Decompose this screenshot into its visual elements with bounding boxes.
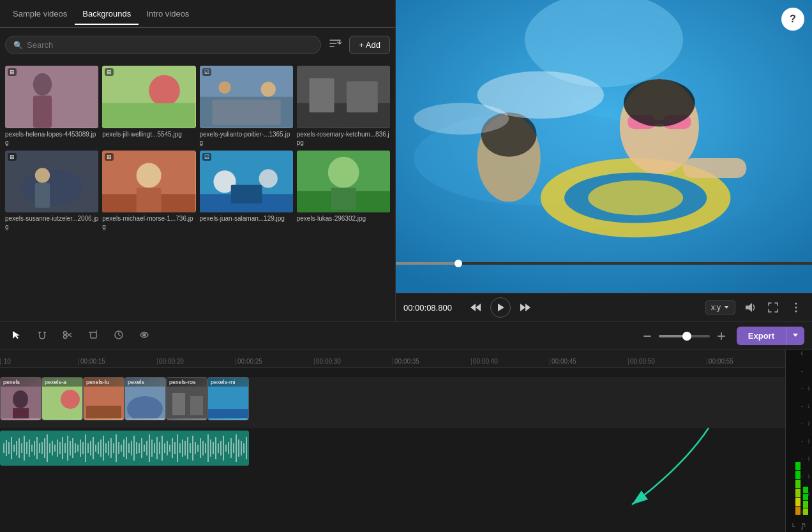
svg-rect-130 (95, 445, 96, 452)
svg-point-83 (61, 390, 80, 409)
svg-rect-96 (8, 442, 10, 454)
clip-label: pexels-mi (208, 378, 248, 387)
clip-item[interactable]: pexels (0, 377, 41, 420)
list-item[interactable]: ☑ pexels-juan-salaman...129.jpg (200, 151, 293, 232)
svg-rect-24 (137, 188, 162, 212)
media-thumb: ⊞ (102, 151, 195, 213)
select-tool-button[interactable] (8, 327, 26, 345)
svg-rect-158 (167, 441, 168, 455)
zoom-controls (640, 329, 729, 344)
svg-line-73 (119, 335, 121, 336)
tab-sample-videos[interactable]: Sample videos (5, 4, 75, 24)
zoom-in-button[interactable] (714, 329, 729, 344)
clip-item[interactable]: pexels-lu (83, 377, 124, 420)
export-button[interactable]: Export (737, 327, 786, 345)
svg-point-32 (328, 156, 359, 188)
svg-rect-121 (72, 438, 73, 458)
list-item[interactable]: ⊞ pexels-michael-morse-1...736.jpg (102, 151, 195, 232)
svg-rect-117 (62, 437, 63, 459)
timeline-main: :10 00:00:15 00:00:20 00:00:25 00:00:30 … (0, 350, 785, 532)
video-track: pexels pexels-a (0, 377, 785, 428)
crop-tool-button[interactable] (84, 327, 102, 345)
svg-rect-111 (47, 434, 48, 462)
clip-item[interactable]: pexels-a (41, 377, 83, 420)
rewind-button[interactable] (467, 299, 484, 316)
search-icon: 🔍 (13, 41, 23, 50)
list-item[interactable]: ☑ pexels-yulianto-poitier-...1365.jpg (200, 66, 293, 147)
time-display: 00:00:08.800 (403, 303, 461, 313)
svg-rect-94 (3, 443, 4, 453)
svg-rect-179 (220, 441, 222, 455)
list-item[interactable]: ⊞ pexels-jill-wellingt...5545.jpg (102, 66, 195, 147)
svg-rect-177 (215, 437, 216, 459)
svg-rect-147 (139, 443, 140, 453)
svg-rect-85 (86, 406, 121, 418)
help-button[interactable]: ? (781, 8, 804, 31)
media-name: pexels-jill-wellingt...5545.jpg (102, 130, 195, 138)
sort-button[interactable] (326, 34, 344, 55)
aspect-ratio-selector[interactable]: x:y (705, 300, 735, 314)
svg-rect-135 (108, 441, 109, 455)
add-button[interactable]: + Add (349, 36, 390, 54)
timeline-toolbar: Export (0, 322, 812, 350)
tab-intro-videos[interactable]: Intro videos (139, 4, 197, 24)
svg-rect-92 (208, 409, 248, 418)
svg-rect-176 (213, 442, 214, 454)
export-dropdown-button[interactable] (786, 327, 804, 345)
svg-point-19 (35, 168, 50, 182)
svg-rect-134 (105, 443, 107, 453)
svg-rect-138 (116, 434, 117, 462)
search-wrapper[interactable]: 🔍 (5, 36, 321, 54)
list-item[interactable]: pexels-rosemary-ketchum...836.jpg (297, 66, 390, 147)
list-item[interactable]: ⊞ pexels-helena-lopes-4453089.jpg (5, 66, 98, 147)
scissors-tool-button[interactable] (59, 327, 77, 345)
svg-rect-4 (5, 66, 98, 128)
audio-meter: 0 -5 -10 -15 -20 -30 -40 -50 -60 L R (785, 350, 812, 532)
search-input[interactable] (27, 40, 313, 50)
svg-rect-106 (34, 441, 35, 455)
magnet-tool-button[interactable] (33, 327, 51, 345)
more-options-button[interactable] (788, 299, 804, 316)
svg-rect-160 (172, 438, 173, 458)
effects-tool-button[interactable] (135, 327, 153, 345)
timeline-tracks: pexels pexels-a (0, 368, 785, 532)
svg-marker-54 (520, 304, 525, 311)
svg-rect-81 (13, 408, 29, 418)
svg-rect-137 (113, 443, 114, 453)
clip-item[interactable]: pexels (124, 377, 166, 420)
fullscreen-button[interactable] (765, 299, 781, 316)
ruler-mark: 00:00:50 (628, 358, 707, 365)
svg-rect-164 (182, 440, 183, 457)
svg-rect-89 (172, 393, 185, 415)
zoom-out-button[interactable] (640, 329, 655, 344)
svg-point-58 (795, 303, 797, 305)
media-panel: Sample videos Backgrounds Intro videos 🔍… (0, 0, 396, 321)
svg-marker-61 (13, 331, 20, 339)
forward-button[interactable] (517, 299, 534, 316)
svg-point-64 (64, 331, 67, 334)
svg-rect-162 (177, 434, 178, 462)
time-tool-button[interactable] (110, 327, 128, 345)
list-item[interactable]: ⊞ pexels-susanne-iutzeler...2006.jpg (5, 151, 98, 232)
svg-rect-189 (246, 437, 247, 459)
svg-rect-163 (179, 443, 181, 453)
clip-item[interactable]: pexels-mi (207, 377, 249, 420)
tab-backgrounds[interactable]: Backgrounds (75, 4, 139, 25)
list-item[interactable]: pexels-lukas-296302.jpg (297, 151, 390, 232)
clip-item[interactable]: pexels-ros (166, 377, 207, 420)
media-thumb: ⊞ (102, 66, 195, 128)
svg-point-18 (20, 169, 83, 207)
svg-rect-146 (136, 442, 137, 454)
svg-rect-174 (207, 434, 209, 462)
play-button[interactable] (490, 297, 511, 318)
svg-rect-154 (156, 437, 158, 459)
svg-rect-151 (149, 434, 150, 462)
svg-rect-116 (59, 442, 61, 454)
svg-rect-136 (110, 438, 112, 458)
progress-bar[interactable] (396, 262, 812, 265)
svg-rect-99 (16, 441, 17, 455)
zoom-slider[interactable] (659, 335, 710, 337)
svg-rect-144 (131, 441, 132, 455)
svg-rect-161 (174, 442, 176, 454)
volume-button[interactable] (742, 299, 758, 316)
